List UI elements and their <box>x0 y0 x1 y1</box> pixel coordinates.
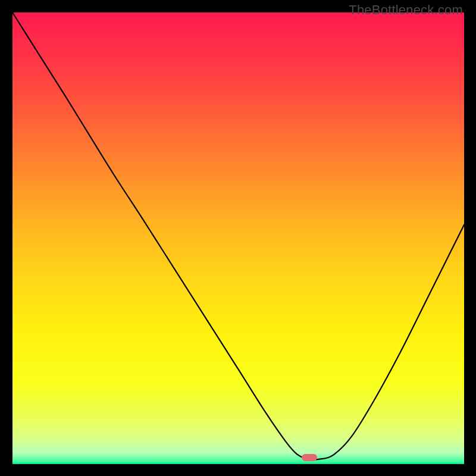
chart-svg <box>12 12 464 464</box>
watermark-text: TheBottleneck.com <box>349 2 463 18</box>
optimal-marker <box>302 454 317 461</box>
chart-plot-area <box>12 12 464 464</box>
gradient-background <box>12 12 464 464</box>
